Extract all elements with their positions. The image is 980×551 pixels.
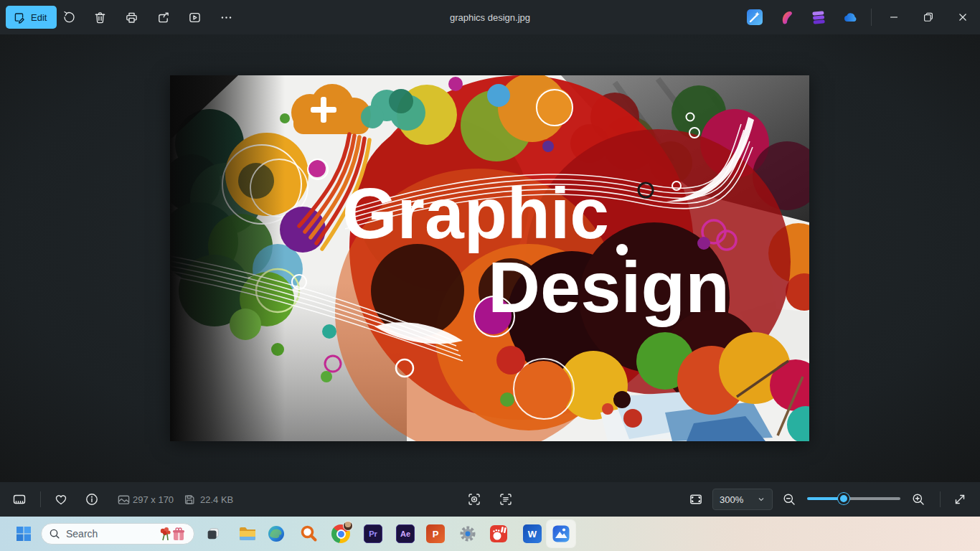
taskbar-item-gom-player[interactable]: [485, 520, 512, 547]
chrome-icon: [331, 524, 350, 543]
zoom-slider-thumb[interactable]: [838, 493, 849, 504]
window-title: graphics design.jpg: [347, 0, 633, 34]
auto-enhance-icon[interactable]: [746, 9, 763, 26]
image-viewer-canvas[interactable]: Graphic Design: [0, 34, 980, 482]
taskbar-item-search-app[interactable]: [295, 520, 322, 547]
close-button[interactable]: [946, 0, 979, 34]
powerpoint-label: P: [433, 529, 439, 540]
photos-app-window: Edit: [0, 0, 980, 551]
artwork-word-graphic: Graphic: [342, 173, 609, 253]
close-icon: [956, 11, 969, 24]
more-options-button[interactable]: [213, 4, 239, 30]
print-button[interactable]: [118, 4, 144, 30]
premiere-pro-label: Pr: [369, 529, 377, 538]
minimize-button[interactable]: [877, 0, 910, 34]
visual-search-button[interactable]: [461, 486, 487, 512]
task-view-icon: [205, 526, 221, 542]
taskbar-item-word[interactable]: W: [519, 520, 546, 547]
edit-image-icon: [13, 11, 25, 24]
visual-search-icon: [467, 492, 481, 507]
taskbar-item-file-explorer[interactable]: [234, 520, 261, 547]
word-label: W: [528, 529, 537, 540]
taskbar-item-photos-active[interactable]: [547, 520, 575, 547]
slideshow-button[interactable]: [182, 4, 207, 30]
search-icon: [49, 528, 60, 540]
taskbar-item-edge[interactable]: [263, 520, 290, 547]
settings-gear-icon: [458, 524, 477, 543]
statusbar-separator-right: [940, 491, 941, 507]
orange-magnifier-icon: [299, 524, 318, 543]
edit-button[interactable]: Edit: [6, 6, 57, 29]
file-info-button[interactable]: [79, 486, 105, 512]
search-box[interactable]: Search: [41, 523, 194, 545]
printer-icon: [125, 11, 138, 24]
chrome-profile-avatar: [343, 521, 353, 531]
title-bar: Edit: [0, 0, 980, 34]
word-icon: W: [523, 524, 542, 543]
filesize-icon: [176, 486, 202, 512]
edit-button-label: Edit: [31, 12, 47, 23]
search-placeholder: Search: [66, 528, 152, 540]
minimize-icon: [887, 11, 900, 24]
file-size: 22.4 KB: [200, 482, 233, 517]
status-bar: 297 x 170 22.4 KB: [0, 482, 980, 517]
restore-button[interactable]: [912, 0, 945, 34]
heart-icon: [54, 492, 68, 507]
favorite-button[interactable]: [48, 486, 74, 512]
taskbar: Search: [0, 517, 980, 551]
task-view-button[interactable]: [199, 520, 227, 547]
extract-text-button[interactable]: [493, 486, 519, 512]
zoom-in-icon: [911, 492, 925, 507]
file-explorer-icon: [238, 524, 257, 543]
fit-screen-icon: [689, 492, 703, 507]
gom-player-icon: [489, 524, 508, 543]
titlebar-separator: [871, 9, 872, 26]
taskbar-item-powerpoint[interactable]: P: [422, 520, 449, 547]
filmstrip-toggle-button[interactable]: [6, 486, 32, 512]
taskbar-item-chrome[interactable]: [327, 520, 354, 547]
clipchamp-icon[interactable]: [810, 9, 827, 26]
zoom-out-button[interactable]: [776, 486, 802, 512]
premiere-pro-icon: Pr: [364, 524, 382, 543]
designer-icon[interactable]: [778, 9, 796, 26]
powerpoint-icon: P: [426, 524, 445, 543]
edge-icon: [267, 524, 286, 543]
zoom-in-button[interactable]: [905, 486, 931, 512]
artwork-word-design: Design: [488, 247, 730, 327]
rotate-icon: [62, 11, 75, 24]
info-icon: [85, 492, 99, 507]
trash-icon: [93, 11, 107, 24]
photos-icon: [552, 524, 570, 543]
image-dimensions: 297 x 170: [133, 482, 174, 517]
windows-logo-icon: [15, 525, 32, 542]
onedrive-icon[interactable]: [842, 9, 859, 26]
statusbar-separator: [40, 491, 41, 507]
restore-icon: [922, 11, 935, 24]
search-highlight-flowers-gift-icon: [158, 526, 187, 542]
zoom-out-icon: [782, 492, 796, 507]
extract-text-icon: [499, 492, 513, 507]
share-button[interactable]: [150, 4, 176, 30]
taskbar-item-premiere-pro[interactable]: Pr: [359, 520, 387, 547]
filmstrip-icon: [12, 492, 27, 507]
taskbar-item-after-effects[interactable]: Ae: [392, 520, 419, 547]
zoom-level-value: 300%: [720, 494, 743, 505]
more-ellipsis-icon: [220, 11, 233, 24]
photo-image[interactable]: Graphic Design: [170, 75, 809, 441]
chevron-down-icon: [757, 495, 765, 504]
after-effects-label: Ae: [400, 529, 410, 538]
photo-artwork: Graphic Design: [170, 75, 809, 441]
fullscreen-icon: [953, 492, 967, 507]
slideshow-play-icon: [188, 11, 202, 24]
share-icon: [156, 11, 170, 24]
rotate-button[interactable]: [55, 4, 81, 30]
zoom-slider[interactable]: [807, 497, 900, 500]
fullscreen-button[interactable]: [947, 486, 973, 512]
zoom-level-dropdown[interactable]: 300%: [712, 489, 773, 510]
taskbar-item-settings[interactable]: [454, 520, 481, 547]
delete-button[interactable]: [87, 4, 113, 30]
after-effects-icon: Ae: [396, 524, 415, 543]
start-button[interactable]: [10, 520, 37, 547]
fit-to-window-button[interactable]: [683, 486, 709, 512]
